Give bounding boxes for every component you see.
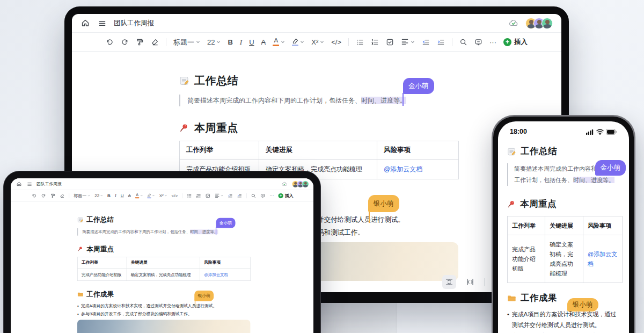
results-bullets: •完成A项目的方案设计和技术实现，通过测试并交付给测试人员进行测试。 •参与B项…	[507, 309, 620, 333]
superscript-button[interactable]: X²	[311, 39, 324, 46]
avatar[interactable]	[302, 180, 309, 187]
redo-button[interactable]	[41, 193, 46, 198]
wifi-icon	[596, 129, 604, 135]
bullet-item: •完成A项目的方案设计和技术实现，通过测试并交付给测试人员进行测试。	[77, 302, 250, 310]
home-icon[interactable]	[16, 181, 22, 187]
more-button[interactable]: ···	[269, 193, 274, 198]
checklist-button[interactable]	[386, 38, 394, 46]
align-button[interactable]	[401, 38, 415, 46]
insert-plus-icon: +	[503, 38, 511, 46]
undo-button[interactable]	[32, 193, 36, 198]
table-cell[interactable]: 确定文案初稿，完成亮点功能梳理	[127, 269, 200, 281]
avatar[interactable]	[541, 18, 553, 29]
menu-icon[interactable]	[97, 18, 107, 28]
strikethrough-button[interactable]: A	[128, 193, 131, 198]
table-header-cell[interactable]: 风险事项	[377, 141, 459, 160]
table-cell[interactable]: 完成产品功能介绍初版	[508, 235, 545, 283]
search-button[interactable]	[459, 38, 467, 46]
font-color-button[interactable]: A	[135, 193, 143, 198]
search-button[interactable]	[251, 193, 256, 198]
cloud-sync-icon[interactable]	[282, 181, 288, 187]
collaborator-cursor	[216, 227, 216, 235]
indent-button[interactable]	[237, 193, 242, 198]
table-header-cell[interactable]: 关键进展	[259, 141, 377, 160]
font-color-button[interactable]: A	[273, 38, 285, 47]
highlight-color-button[interactable]	[292, 38, 304, 46]
insert-button[interactable]: + 插入	[278, 193, 293, 199]
chevron-down-icon	[411, 40, 415, 44]
highlighted-text: 时间、进度等。	[573, 177, 614, 183]
phone-document-canvas[interactable]: 工作总结 简要描述本周完成的工作内容和下周的工作计划，包括任务、时间、进度等。 …	[498, 137, 629, 333]
format-painter-button[interactable]	[50, 193, 55, 198]
heading-style-select[interactable]: 标题一	[74, 193, 90, 198]
insert-button[interactable]: + 插入	[503, 38, 528, 47]
editor-header: 团队工作周报	[72, 14, 561, 33]
chevron-down-icon	[152, 194, 155, 197]
clear-format-button[interactable]	[151, 38, 159, 46]
add-cloud-doc-link[interactable]: @添加云文档	[384, 165, 422, 173]
indent-button[interactable]	[437, 38, 445, 46]
document-canvas[interactable]: 工作总结 简要描述本周完成的工作内容和下周的工作计划，包括任务、时间、进度等。 …	[11, 201, 250, 333]
collaborator-label: 金小萌	[595, 160, 626, 176]
cloud-sync-icon[interactable]	[509, 18, 518, 28]
underline-button[interactable]: U	[121, 193, 124, 198]
code-button[interactable]: </>	[172, 193, 178, 198]
italic-button[interactable]: I	[240, 39, 242, 46]
more-button[interactable]: ···	[489, 39, 496, 46]
strikethrough-button[interactable]: A	[261, 39, 266, 46]
folder-icon	[77, 291, 84, 298]
table-header-cell[interactable]: 关键进展	[127, 257, 200, 269]
add-cloud-doc-link[interactable]: @添加云文档	[204, 272, 228, 277]
superscript-button[interactable]: X²	[159, 193, 167, 198]
table-cell[interactable]: 完成产品功能介绍初版	[77, 269, 127, 281]
pushpin-icon	[179, 123, 189, 133]
font-size-select[interactable]: 22	[207, 39, 221, 46]
table-header-cell[interactable]: 风险事项	[583, 216, 623, 235]
font-size-select[interactable]: 22	[94, 193, 103, 198]
underline-button[interactable]: U	[249, 39, 254, 46]
table-header-cell[interactable]: 工作列举	[508, 216, 545, 235]
doc-title: 团队工作周报	[114, 19, 154, 28]
menu-icon[interactable]	[26, 181, 32, 187]
collaborator-avatars[interactable]	[292, 180, 309, 187]
format-painter-button[interactable]	[136, 38, 144, 46]
distribute-rows-button[interactable]	[442, 275, 456, 289]
landscape-photo	[77, 320, 250, 333]
chevron-down-icon	[165, 194, 167, 197]
focus-heading: 本周重点	[507, 198, 620, 211]
heading-style-select[interactable]: 标题一	[173, 39, 200, 46]
bold-button[interactable]: B	[107, 193, 111, 198]
add-cloud-doc-link[interactable]: @添加云文档	[588, 251, 617, 267]
undo-button[interactable]	[106, 38, 114, 46]
collaborator-avatars[interactable]	[525, 18, 553, 29]
italic-button[interactable]: I	[115, 193, 116, 198]
distribute-columns-button[interactable]	[463, 275, 477, 289]
highlight-color-button[interactable]	[147, 193, 155, 198]
bullet-item: •参与B项目的开发工作，完成了部分模块的编码和测试工作。	[507, 330, 620, 333]
numbered-list-button[interactable]	[371, 38, 379, 46]
bold-button[interactable]: B	[228, 39, 232, 46]
table-cell[interactable]: 确定文案初稿，完成亮点功能梳理	[545, 235, 583, 283]
numbered-list-button[interactable]	[196, 193, 201, 198]
code-button[interactable]: </>	[331, 39, 341, 46]
comment-button[interactable]	[260, 193, 265, 198]
checklist-button[interactable]	[206, 193, 210, 198]
outdent-button[interactable]	[228, 193, 232, 198]
redo-button[interactable]	[121, 38, 129, 46]
bullet-list-button[interactable]	[187, 193, 192, 198]
insert-plus-icon: +	[278, 193, 283, 198]
chevron-down-icon	[320, 40, 324, 44]
home-icon[interactable]	[80, 18, 90, 28]
table-header-cell[interactable]: 工作列举	[180, 141, 259, 160]
comment-button[interactable]	[474, 38, 482, 46]
outdent-button[interactable]	[422, 38, 430, 46]
table-header-cell[interactable]: 关键进展	[545, 216, 583, 235]
table-header-cell[interactable]: 工作列举	[77, 257, 127, 269]
align-button[interactable]	[215, 193, 223, 198]
clear-format-button[interactable]	[60, 193, 64, 198]
bullet-list-button[interactable]	[356, 38, 364, 46]
pushpin-icon	[507, 200, 516, 208]
chevron-down-icon	[221, 194, 223, 197]
formatting-toolbar: 标题一 22 B I U A A X²	[11, 190, 313, 202]
table-header-cell[interactable]: 风险事项	[200, 257, 250, 269]
